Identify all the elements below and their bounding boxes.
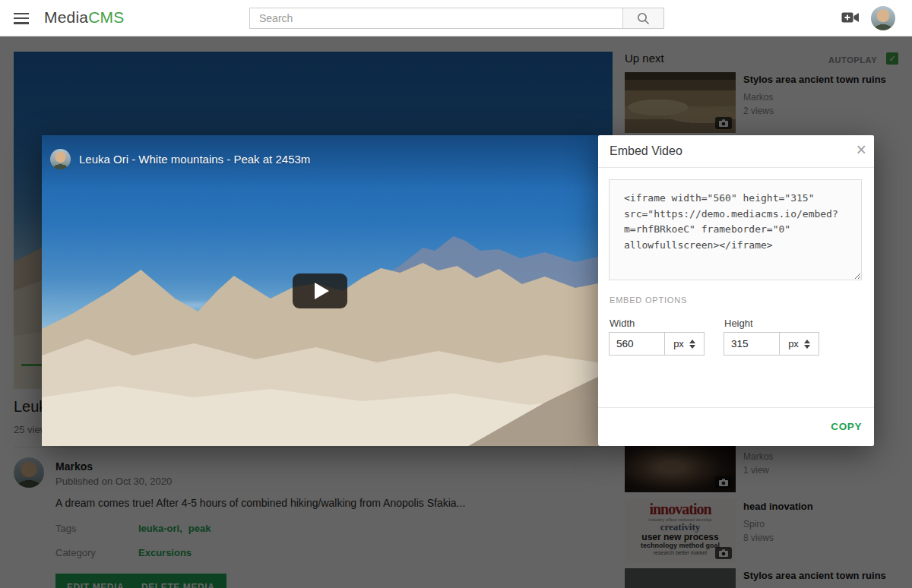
height-label: Height [724, 318, 753, 329]
width-label: Width [610, 318, 635, 329]
unit-label: px [788, 338, 799, 349]
preview-video-title: Leuka Ori - White mountains - Peak at 24… [79, 153, 310, 166]
logo-text-cms: CMS [88, 8, 124, 26]
width-field-group: px [609, 332, 705, 356]
upload-video-icon [841, 11, 860, 24]
close-button[interactable]: × [857, 140, 866, 160]
app-logo[interactable]: MediaCMS [44, 8, 124, 27]
embed-video-dialog: Embed Video × <iframe width="560" height… [598, 135, 874, 446]
search-bar [249, 8, 664, 29]
close-icon: × [857, 140, 866, 160]
height-field-group: px [724, 332, 819, 356]
copy-button[interactable]: COPY [831, 421, 862, 432]
unit-label: px [673, 338, 684, 349]
preview-play-button[interactable] [293, 273, 347, 308]
height-input[interactable] [724, 333, 780, 355]
width-input[interactable] [610, 333, 665, 355]
dialog-title: Embed Video [610, 144, 682, 158]
top-navigation-bar: MediaCMS [0, 0, 912, 36]
dialog-footer: COPY [598, 407, 874, 446]
embed-code-textarea[interactable]: <iframe width="560" height="315" src="ht… [609, 179, 862, 280]
play-icon [315, 283, 329, 299]
search-icon [637, 12, 650, 25]
search-input[interactable] [250, 8, 622, 28]
embed-preview-player[interactable]: Leuka Ori - White mountains - Peak at 24… [42, 135, 598, 446]
search-button[interactable] [622, 8, 663, 28]
height-unit-select[interactable]: px [780, 333, 819, 355]
logo-text-media: Media [44, 8, 88, 26]
stepper-icon [689, 340, 695, 349]
menu-button[interactable] [12, 10, 30, 27]
user-avatar[interactable] [871, 6, 895, 30]
width-unit-select[interactable]: px [665, 333, 704, 355]
preview-author-avatar [50, 149, 71, 169]
embed-options-label: EMBED OPTIONS [610, 296, 687, 305]
page: MediaCMS [0, 0, 912, 588]
dialog-header: Embed Video × [598, 135, 874, 168]
stepper-icon [804, 340, 810, 349]
hamburger-icon [12, 13, 30, 24]
upload-media-button[interactable] [841, 11, 860, 26]
